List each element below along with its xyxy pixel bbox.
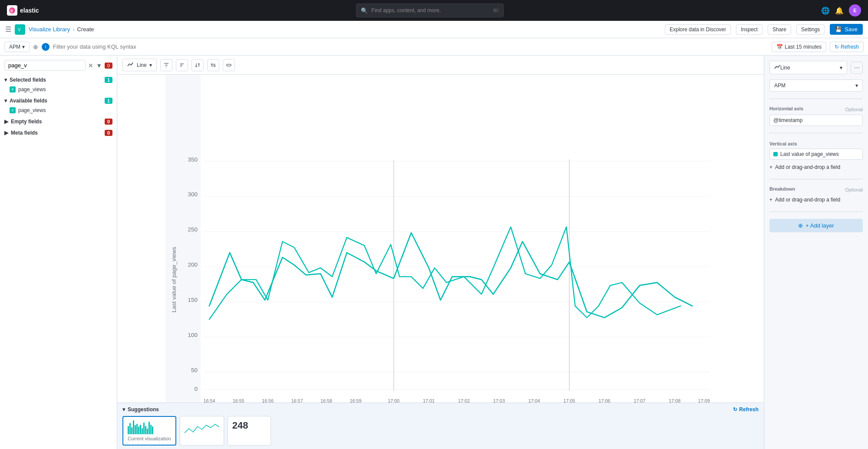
svg-text:17:02: 17:02 bbox=[458, 398, 470, 403]
field-name: page_views bbox=[18, 107, 46, 113]
svg-text:17:01: 17:01 bbox=[423, 398, 435, 403]
selected-fields-label: Selected fields bbox=[10, 77, 46, 83]
sidebar-search-input[interactable] bbox=[4, 60, 86, 71]
suggestion-number-value: 248 bbox=[232, 420, 248, 431]
field-name: page_views bbox=[18, 86, 46, 92]
refresh-icon: ↻ bbox=[835, 44, 839, 50]
save-button[interactable]: 💾 Save bbox=[830, 24, 863, 35]
svg-text:17:08: 17:08 bbox=[669, 398, 680, 403]
breadcrumb-visualize[interactable]: Visualize Library bbox=[29, 26, 70, 33]
chart-type-selector[interactable]: Line ▾ bbox=[122, 59, 157, 71]
svg-text:16:59: 16:59 bbox=[350, 398, 362, 403]
svg-text:0: 0 bbox=[194, 386, 198, 392]
available-fields-section[interactable]: ▾ Available fields 1 bbox=[0, 94, 117, 106]
filter-icon[interactable]: ⊕ bbox=[33, 43, 38, 50]
svg-text:50: 50 bbox=[191, 367, 198, 373]
breakdown-optional-label: Optional bbox=[845, 187, 863, 192]
hamburger-menu[interactable]: ☰ bbox=[5, 25, 11, 33]
config-index-row[interactable]: APM ▾ bbox=[769, 79, 863, 92]
save-label: Save bbox=[845, 26, 858, 33]
svg-text:17:07: 17:07 bbox=[634, 398, 645, 403]
vertical-axis-section: Vertical axis Last value of page_views +… bbox=[769, 140, 863, 172]
refresh-label: Refresh bbox=[841, 44, 859, 50]
svg-text:200: 200 bbox=[188, 261, 198, 268]
info-icon[interactable]: i bbox=[42, 43, 50, 51]
main-layout: ✕ ▼ 0 ▾ Selected fields 1 # page_views ▾… bbox=[0, 56, 868, 449]
selected-field-page-views[interactable]: # page_views bbox=[0, 85, 117, 94]
config-chart-type[interactable]: Line ▾ bbox=[769, 61, 847, 74]
meta-fields-section[interactable]: ▶ Meta fields 0 bbox=[0, 126, 117, 138]
collapse-icon: ▶ bbox=[4, 130, 8, 136]
config-divider bbox=[769, 211, 863, 212]
svg-text:16:55: 16:55 bbox=[233, 398, 244, 403]
explore-discover-button[interactable]: Explore data in Discover bbox=[665, 24, 731, 35]
index-selector[interactable]: APM ▾ bbox=[4, 42, 30, 52]
svg-text:V: V bbox=[18, 27, 21, 32]
time-range-button[interactable]: 📅 Last 15 minutes bbox=[772, 42, 826, 52]
mini-bar bbox=[140, 425, 141, 434]
suggestion-card-number[interactable]: 248 bbox=[228, 416, 271, 446]
search-placeholder: Find apps, content, and more. bbox=[371, 7, 440, 13]
kql-input[interactable] bbox=[53, 43, 768, 50]
inspect-button[interactable]: Inspect bbox=[736, 24, 762, 35]
suggestion-card-line[interactable] bbox=[180, 416, 224, 446]
share-button[interactable]: Share bbox=[768, 24, 791, 35]
svg-text:Last value of page_views: Last value of page_views bbox=[171, 247, 177, 313]
add-layer-button[interactable]: ⊕ + Add layer bbox=[769, 219, 863, 232]
chevron-down-icon: ▾ bbox=[149, 62, 152, 68]
config-divider bbox=[769, 99, 863, 99]
add-icon: + bbox=[769, 164, 772, 170]
bell-icon[interactable]: 🔔 bbox=[835, 7, 844, 15]
sidebar-search-row: ✕ ▼ 0 bbox=[0, 56, 117, 73]
collapse-icon: ▶ bbox=[4, 119, 8, 125]
chart-toolbar: Line ▾ bbox=[117, 56, 764, 75]
main-chart: 350 300 250 200 150 100 50 0 Last value … bbox=[117, 75, 764, 403]
add-vertical-field-btn[interactable]: + Add or drag-and-drop a field bbox=[769, 162, 863, 172]
line-icon bbox=[774, 64, 780, 71]
breadcrumb: Visualize Library › Create bbox=[29, 26, 94, 33]
calendar-icon: 📅 bbox=[776, 44, 783, 50]
app-icon: V bbox=[15, 24, 25, 35]
chip-dot-icon bbox=[773, 152, 778, 156]
filter-fields-icon[interactable]: ▼ bbox=[96, 62, 102, 69]
elastic-logo[interactable]: e elastic bbox=[7, 5, 39, 16]
suggestions-cards: Current visualization 248 bbox=[122, 416, 759, 446]
mini-bar bbox=[147, 429, 148, 434]
config-more-options-btn[interactable]: ⋯ bbox=[851, 62, 863, 74]
clear-search-icon[interactable]: ✕ bbox=[88, 62, 93, 69]
horizontal-axis-value[interactable]: @timestamp bbox=[769, 115, 863, 126]
refresh-button[interactable]: ↻ Refresh bbox=[830, 42, 864, 52]
time-label: Last 15 minutes bbox=[785, 44, 822, 50]
sort-alt-toolbar-btn[interactable] bbox=[191, 59, 204, 71]
add-icon: + bbox=[769, 197, 772, 203]
filter-bar-right: 📅 Last 15 minutes ↻ Refresh bbox=[772, 42, 864, 52]
vertical-axis-value[interactable]: Last value of page_views bbox=[769, 149, 863, 160]
suggestion-card-current[interactable]: Current visualization bbox=[122, 416, 176, 446]
globe-icon[interactable]: 🌐 bbox=[821, 7, 830, 15]
suggestions-refresh-btn[interactable]: ↻ Refresh bbox=[733, 406, 759, 413]
selected-fields-section[interactable]: ▾ Selected fields 1 bbox=[0, 73, 117, 85]
app-header: ☰ V Visualize Library › Create Explore d… bbox=[0, 21, 868, 38]
filter-toolbar-btn[interactable] bbox=[160, 59, 172, 71]
add-breakdown-field-btn[interactable]: + Add or drag-and-drop a field bbox=[769, 195, 863, 205]
mini-bar bbox=[138, 426, 139, 434]
collapse-icon: ▾ bbox=[4, 98, 7, 104]
global-search-bar[interactable]: 🔍 Find apps, content, and more. ⌘/ bbox=[356, 3, 504, 17]
index-label: APM bbox=[9, 44, 20, 50]
config-divider bbox=[769, 133, 863, 133]
suggestions-refresh-label: Refresh bbox=[739, 406, 759, 413]
meta-fields-label: Meta fields bbox=[11, 130, 38, 136]
filter-bar: APM ▾ ⊕ i 📅 Last 15 minutes ↻ Refresh bbox=[0, 38, 868, 56]
empty-fields-section[interactable]: ▶ Empty fields 0 bbox=[0, 115, 117, 126]
user-avatar[interactable]: E bbox=[849, 4, 861, 17]
chevron-down-icon: ▾ bbox=[22, 44, 25, 50]
mini-bar bbox=[131, 427, 132, 434]
svg-text:17:09: 17:09 bbox=[698, 398, 710, 403]
breakdown-label: Breakdown bbox=[769, 186, 795, 191]
swap-toolbar-btn[interactable] bbox=[207, 59, 219, 71]
settings-button[interactable]: Settings bbox=[796, 24, 825, 35]
collapse-toolbar-btn[interactable] bbox=[223, 59, 235, 71]
sort-toolbar-btn[interactable] bbox=[176, 59, 188, 71]
mini-bar bbox=[128, 426, 129, 434]
available-field-page-views[interactable]: # page_views bbox=[0, 106, 117, 115]
